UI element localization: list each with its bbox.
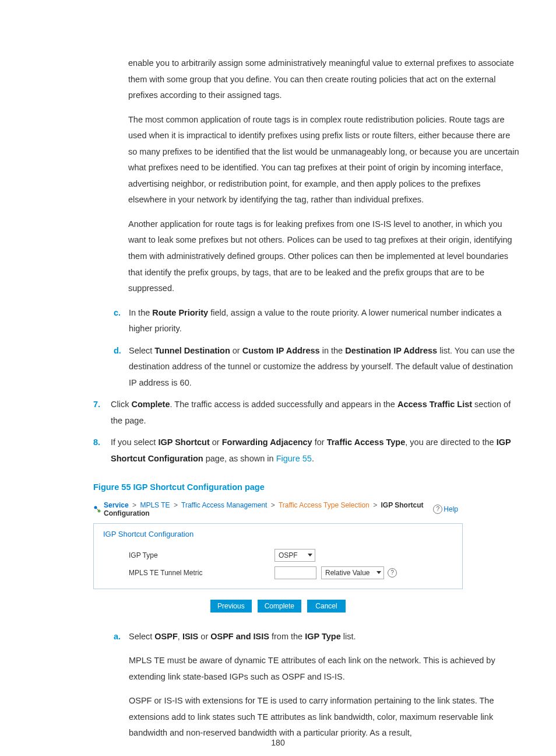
step-7-content: Click Complete. The traffic access is ad… [111,397,521,429]
b: Traffic Access Type [327,438,406,447]
step-a2-content: Select OSPF, ISIS or OSPF and ISIS from … [129,629,521,741]
t: , [178,632,182,641]
figure-caption: Figure 55 IGP Shortcut Configuration pag… [93,482,521,492]
step-c-pre: In the [129,308,152,317]
screenshot-panel: Service > MPLS TE > Traffic Access Manag… [93,498,463,615]
step-7-marker: 7. [93,397,111,429]
crumb-sep: > [269,501,277,509]
complete-button[interactable]: Complete [258,600,301,612]
chevron-down-icon [308,554,312,556]
select-igp-type[interactable]: OSPF [275,549,315,562]
step-a2: a. Select OSPF, ISIS or OSPF and ISIS fr… [114,629,521,741]
b: OSPF and ISIS [210,632,269,641]
t: or [198,632,210,641]
b: Custom IP Address [242,346,320,355]
help-icon[interactable]: ? [388,568,397,578]
select-igp-type-value: OSPF [279,551,298,559]
b: Complete [131,400,170,409]
b: Destination IP Address [345,346,437,355]
t: in the [320,346,346,355]
label-metric: MPLS TE Tunnel Metric [129,569,275,577]
b: Forwarding Adjacency [222,438,312,447]
select-relval-value: Relative Value [325,569,370,577]
t: from the [269,632,305,641]
step-8: 8. If you select IGP Shortcut or Forward… [93,435,521,467]
previous-button[interactable]: Previous [210,600,252,612]
t: . The traffic access is added successful… [170,400,397,409]
step-7: 7. Click Complete. The traffic access is… [93,397,521,429]
breadcrumb-bar: Service > MPLS TE > Traffic Access Manag… [93,498,463,523]
step-c: c. In the Route Priority field, assign a… [114,305,521,337]
t: page, as shown in [203,454,276,463]
crumb-sep: > [371,501,379,509]
t: list. [341,632,356,641]
select-relative-value[interactable]: Relative Value [321,566,384,579]
button-row: Previous Complete Cancel [93,589,463,615]
b: IGP Type [305,632,341,641]
row-igp-type: IGP Type OSPF [94,547,462,564]
b: Tunnel Destination [154,346,230,355]
panel-title: IGP Shortcut Configuration [94,524,462,547]
svg-line-2 [96,508,98,510]
t: for [312,438,327,447]
step-c-bold: Route Priority [152,308,208,317]
input-metric[interactable] [275,566,316,579]
page-number: 180 [0,738,556,747]
chevron-down-icon [376,571,381,574]
step-8-marker: 8. [93,435,111,467]
t: Select [129,632,154,641]
intro-p2: The most common application of route tag… [128,112,521,208]
t: or [210,438,222,447]
crumb-mpls[interactable]: MPLS TE [140,501,170,509]
t: . [312,454,314,463]
service-icon [93,505,101,513]
t: or [230,346,242,355]
help-label: Help [444,505,458,513]
breadcrumb: Service > MPLS TE > Traffic Access Manag… [104,501,433,517]
label-igp-type: IGP Type [129,551,275,559]
b: OSPF [154,632,177,641]
help-link[interactable]: ? Help [433,505,458,514]
step-a2-p3: OSPF or IS-IS with extensions for TE is … [129,693,521,741]
b: IGP Shortcut [158,438,209,447]
t: Click [111,400,131,409]
crumb-tats[interactable]: Traffic Access Type Selection [279,501,370,509]
help-icon: ? [433,505,442,514]
step-8-content: If you select IGP Shortcut or Forwarding… [111,435,521,467]
row-metric: MPLS TE Tunnel Metric Relative Value ? [94,564,462,589]
step-a2-p2: MPLS TE must be aware of dynamic TE attr… [129,653,521,685]
t: Select [129,346,154,355]
step-c-content: In the Route Priority field, assign a va… [129,305,521,337]
t: If you select [111,438,158,447]
intro-p3: Another application for route tags is fo… [128,216,521,297]
crumb-tam[interactable]: Traffic Access Management [181,501,267,509]
figure-link[interactable]: Figure 55 [276,454,312,463]
step-c-marker: c. [114,305,129,337]
crumb-sep: > [172,501,180,509]
intro-block: enable you to arbitrarily assign some ad… [128,55,521,297]
step-d: d. Select Tunnel Destination or Custom I… [114,343,521,391]
intro-p1: enable you to arbitrarily assign some ad… [128,55,521,104]
crumb-sep: > [131,501,138,509]
cancel-button[interactable]: Cancel [307,600,346,612]
step-d-content: Select Tunnel Destination or Custom IP A… [129,343,521,391]
t: , you are directed to the [405,438,496,447]
b: ISIS [182,632,198,641]
b: Access Traffic List [397,400,472,409]
step-d-marker: d. [114,343,129,391]
crumb-service[interactable]: Service [104,501,129,509]
step-a2-marker: a. [114,629,129,741]
igp-config-panel: IGP Shortcut Configuration IGP Type OSPF… [93,523,463,589]
